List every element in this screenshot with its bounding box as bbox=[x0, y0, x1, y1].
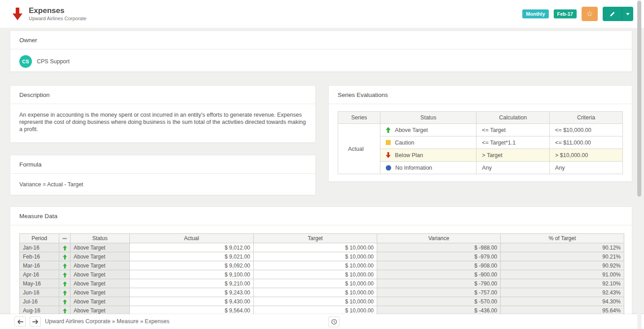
history-button[interactable] bbox=[328, 316, 340, 327]
target-cell[interactable]: $ 10,000.00 bbox=[254, 243, 377, 252]
status-icon-cell[interactable] bbox=[59, 243, 71, 252]
column-header-actual: Actual bbox=[130, 234, 254, 243]
target-cell[interactable]: $ 10,000.00 bbox=[254, 306, 377, 315]
evaluation-criteria-cell: > $10,000.00 bbox=[550, 149, 623, 162]
measure-data-panel: Measure Data PeriodStatusActualTargetVar… bbox=[10, 206, 632, 329]
variance-cell[interactable]: $ -900.00 bbox=[377, 270, 501, 279]
period-cell[interactable]: Jun-16 bbox=[20, 288, 59, 297]
vertical-scrollbar-track[interactable] bbox=[637, 0, 641, 329]
column-header-target: Target bbox=[254, 234, 377, 243]
status-icon-cell[interactable] bbox=[59, 261, 71, 270]
pct-of-target-cell[interactable]: 94.30% bbox=[501, 297, 624, 306]
status-icon-cell[interactable] bbox=[59, 279, 71, 288]
breadcrumb: Upward Airlines Corporate » Measure » Ex… bbox=[45, 318, 169, 325]
description-text: An expense in accounting is the money sp… bbox=[10, 104, 315, 140]
variance-cell[interactable]: $ -790.00 bbox=[377, 279, 501, 288]
pct-of-target-cell[interactable]: 90.21% bbox=[501, 252, 624, 261]
page-header: Expenses Upward Airlines Corporate Month… bbox=[0, 0, 644, 28]
target-cell[interactable]: $ 10,000.00 bbox=[254, 288, 377, 297]
pct-of-target-cell[interactable]: 90.12% bbox=[501, 243, 624, 252]
formula-text: Variance = Actual - Target bbox=[10, 174, 315, 195]
period-cell[interactable]: Jul-16 bbox=[20, 297, 59, 306]
period-cell[interactable]: Jan-16 bbox=[20, 243, 59, 252]
variance-cell[interactable]: $ -570.00 bbox=[377, 297, 501, 306]
evaluation-status-label: Below Plan bbox=[395, 152, 423, 159]
status-cell[interactable]: Above Target bbox=[71, 261, 130, 270]
actual-cell[interactable]: $ 9,430.00 bbox=[130, 297, 254, 306]
minus-column-header bbox=[59, 234, 71, 243]
period-cell[interactable]: Aug-16 bbox=[20, 306, 59, 315]
status-cell[interactable]: Above Target bbox=[71, 297, 130, 306]
pct-of-target-cell[interactable]: 90.92% bbox=[501, 261, 624, 270]
actual-cell[interactable]: $ 9,100.00 bbox=[130, 270, 254, 279]
period-cell[interactable]: Mar-16 bbox=[20, 261, 59, 270]
series-name-cell: Actual bbox=[338, 124, 380, 174]
status-icon-cell[interactable] bbox=[59, 270, 71, 279]
target-cell[interactable]: $ 10,000.00 bbox=[254, 270, 377, 279]
measure-data-row: May-16Above Target$ 9,210.00$ 10,000.00$… bbox=[20, 279, 624, 288]
actual-cell[interactable]: $ 9,210.00 bbox=[130, 279, 254, 288]
variance-cell[interactable]: $ -988.00 bbox=[377, 243, 501, 252]
pct-of-target-cell[interactable]: 92.10% bbox=[501, 279, 624, 288]
back-button[interactable] bbox=[14, 316, 26, 327]
status-cell[interactable]: Above Target bbox=[71, 306, 130, 315]
actual-cell[interactable]: $ 9,012.00 bbox=[130, 243, 254, 252]
actual-cell[interactable]: $ 9,021.00 bbox=[130, 252, 254, 261]
no-information-circle-icon bbox=[386, 165, 391, 171]
favorite-star-button[interactable]: ☆ bbox=[582, 7, 598, 21]
status-cell[interactable]: Above Target bbox=[71, 288, 130, 297]
owner-avatar: CS bbox=[19, 55, 32, 68]
up-arrow-icon bbox=[63, 254, 67, 259]
status-icon-cell[interactable] bbox=[59, 297, 71, 306]
frequency-badge[interactable]: Monthly bbox=[522, 9, 548, 18]
evaluation-status-cell: No Information bbox=[380, 162, 476, 174]
period-cell[interactable]: Apr-16 bbox=[20, 270, 59, 279]
measure-data-row: Mar-16Above Target$ 9,092.00$ 10,000.00$… bbox=[20, 261, 624, 270]
period-cell[interactable]: May-16 bbox=[20, 279, 59, 288]
status-cell[interactable]: Above Target bbox=[71, 243, 130, 252]
status-cell[interactable]: Above Target bbox=[71, 252, 130, 261]
column-header-status: Status bbox=[71, 234, 130, 243]
evaluation-calculation-cell: Any bbox=[476, 162, 550, 174]
evaluation-criteria-cell: <= $11,000.00 bbox=[550, 136, 623, 149]
period-badge[interactable]: Feb-17 bbox=[554, 9, 577, 18]
target-cell[interactable]: $ 10,000.00 bbox=[254, 297, 377, 306]
target-cell[interactable]: $ 10,000.00 bbox=[254, 279, 377, 288]
series-evaluations-section-title: Series Evaluations bbox=[329, 86, 632, 104]
actual-cell[interactable]: $ 9,564.00 bbox=[130, 306, 254, 315]
variance-cell[interactable]: $ -908.00 bbox=[377, 261, 501, 270]
pct-of-target-cell[interactable]: 91.00% bbox=[501, 270, 624, 279]
target-cell[interactable]: $ 10,000.00 bbox=[254, 252, 377, 261]
series-column-header: Series bbox=[338, 112, 380, 124]
arrow-right-icon bbox=[32, 319, 39, 325]
status-cell[interactable]: Above Target bbox=[71, 270, 130, 279]
evaluation-status-cell: Below Plan bbox=[380, 149, 476, 162]
arrow-left-icon bbox=[17, 319, 23, 325]
variance-cell[interactable]: $ -757.00 bbox=[377, 288, 501, 297]
pct-of-target-cell[interactable]: 95.64% bbox=[501, 306, 624, 315]
status-cell[interactable]: Above Target bbox=[71, 279, 130, 288]
series-evaluation-row: Caution<= Target*1.1<= $11,000.00 bbox=[338, 136, 623, 149]
pct-of-target-cell[interactable]: 92.43% bbox=[501, 288, 624, 297]
period-cell[interactable]: Feb-16 bbox=[20, 252, 59, 261]
owner-panel: Owner CS CPS Support bbox=[10, 31, 632, 72]
target-cell[interactable]: $ 10,000.00 bbox=[254, 261, 377, 270]
evaluation-status-label: No Information bbox=[395, 164, 432, 171]
description-panel: Description An expense in accounting is … bbox=[10, 85, 316, 143]
edit-split-button[interactable] bbox=[603, 7, 633, 21]
evaluation-status-cell: Above Target bbox=[380, 124, 476, 136]
variance-cell[interactable]: $ -979.00 bbox=[377, 252, 501, 261]
forward-button[interactable] bbox=[30, 316, 41, 327]
actual-cell[interactable]: $ 9,243.00 bbox=[130, 288, 254, 297]
measure-data-row: Feb-16Above Target$ 9,021.00$ 10,000.00$… bbox=[20, 252, 624, 261]
formula-panel: Formula Variance = Actual - Target bbox=[10, 155, 316, 195]
status-icon-cell[interactable] bbox=[59, 288, 71, 297]
series-evaluations-table: SeriesStatusCalculationCriteria ActualAb… bbox=[338, 111, 623, 174]
pencil-icon[interactable] bbox=[603, 7, 622, 21]
vertical-scrollbar-thumb[interactable] bbox=[637, 1, 641, 197]
actual-cell[interactable]: $ 9,092.00 bbox=[130, 261, 254, 270]
status-icon-cell[interactable] bbox=[59, 252, 71, 261]
variance-cell[interactable]: $ -436.00 bbox=[377, 306, 501, 315]
edit-dropdown-caret[interactable] bbox=[622, 7, 633, 21]
status-icon-cell[interactable] bbox=[59, 306, 71, 315]
